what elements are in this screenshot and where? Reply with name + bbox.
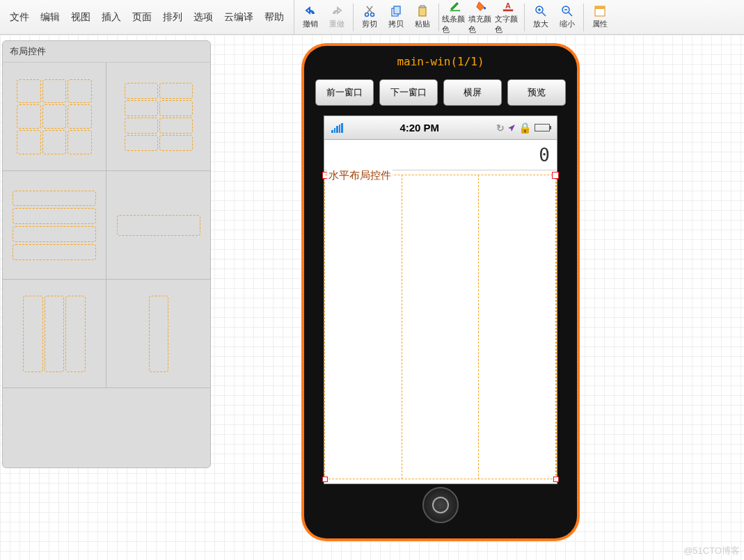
signal-icon (331, 123, 343, 133)
status-time: 4:20 PM (399, 122, 439, 134)
undo-button[interactable]: 撤销 (297, 1, 324, 34)
redo-label: 重做 (329, 19, 345, 29)
zoom-in-label: 放大 (533, 19, 548, 29)
zoom-out-icon (561, 5, 573, 17)
toolbar: 撤销 重做 剪切 拷贝 粘贴 (294, 0, 744, 34)
separator (583, 3, 584, 31)
copy-label: 拷贝 (388, 19, 404, 29)
svg-rect-9 (503, 9, 513, 11)
menu-view[interactable]: 视图 (67, 7, 95, 28)
svg-rect-13 (595, 6, 605, 9)
paste-icon (416, 5, 429, 17)
bucket-icon (475, 0, 488, 13)
zoom-out-button[interactable]: 缩小 (554, 1, 580, 34)
device-screen[interactable]: 4:20 PM ↻ 🔒 0 水平布局控件 (324, 115, 557, 484)
menu-arrange[interactable]: 排列 (159, 7, 187, 28)
cut-label: 剪切 (362, 19, 377, 29)
location-icon (507, 124, 516, 132)
separator (438, 3, 439, 31)
pencil-icon (449, 0, 461, 13)
palette-item-grid2x4[interactable] (106, 63, 210, 171)
svg-rect-6 (450, 10, 460, 11)
menu-help[interactable]: 帮助 (260, 7, 288, 28)
fill-color-label: 填充颜色 (468, 14, 495, 35)
result-display: 0 (324, 140, 557, 170)
landscape-button[interactable]: 横屏 (443, 79, 502, 106)
line-color-label: 线条颜色 (442, 14, 468, 35)
undo-icon (304, 5, 317, 17)
line-color-button[interactable]: 线条颜色 (442, 1, 468, 34)
next-window-button[interactable]: 下一窗口 (379, 79, 438, 106)
palette-item-grid3x3[interactable] (3, 63, 106, 171)
fill-color-button[interactable]: 填充颜色 (468, 1, 495, 34)
zoom-out-label: 缩小 (560, 19, 575, 29)
menu-file[interactable]: 文件 (6, 7, 33, 28)
battery-icon (535, 124, 550, 131)
menu-options[interactable]: 选项 (189, 7, 217, 28)
copy-icon (390, 5, 402, 17)
menu-insert[interactable]: 插入 (97, 7, 125, 28)
home-button[interactable] (422, 487, 459, 523)
zoom-in-button[interactable]: 放大 (528, 1, 554, 34)
paste-button[interactable]: 粘贴 (409, 1, 436, 34)
device-frame: main-win(1/1) 前一窗口 下一窗口 横屏 预览 4:20 PM ↻ (301, 43, 580, 541)
svg-point-0 (365, 13, 369, 17)
separator (353, 3, 354, 31)
text-color-button[interactable]: A 文字颜色 (495, 1, 521, 34)
cut-icon (363, 5, 376, 17)
zoom-in-icon (535, 5, 547, 17)
svg-rect-4 (419, 7, 426, 16)
palette-item-rows[interactable] (3, 171, 106, 280)
menu-edit[interactable]: 编辑 (36, 7, 64, 28)
redo-button[interactable]: 重做 (324, 1, 350, 34)
horizontal-layout-widget[interactable] (324, 175, 557, 479)
properties-label: 属性 (592, 19, 608, 29)
copy-button[interactable]: 拷贝 (383, 1, 409, 34)
svg-point-7 (484, 6, 486, 9)
palette-item-cols[interactable] (3, 280, 106, 388)
menu-bar: 文件 编辑 视图 插入 页面 排列 选项 云编译 帮助 (0, 0, 294, 34)
properties-button[interactable]: 属性 (587, 1, 613, 34)
text-color-icon: A (502, 0, 514, 13)
separator (524, 3, 525, 31)
watermark: @51CTO博客 (683, 545, 740, 557)
widget-palette: 布局控件 (2, 40, 211, 468)
svg-rect-5 (420, 6, 425, 8)
palette-title: 布局控件 (3, 41, 210, 63)
properties-icon (594, 5, 606, 17)
undo-label: 撤销 (303, 19, 318, 29)
canvas[interactable]: 布局控件 (0, 35, 744, 560)
text-color-label: 文字颜色 (495, 14, 521, 35)
device-title: main-win(1/1) (304, 46, 577, 77)
layout-label: 水平布局控件 (327, 169, 393, 182)
menu-page[interactable]: 页面 (128, 7, 156, 28)
palette-item-row[interactable] (106, 171, 210, 280)
svg-point-1 (371, 13, 374, 17)
svg-text:A: A (505, 1, 511, 9)
paste-label: 粘贴 (415, 19, 430, 29)
refresh-icon: ↻ (496, 122, 505, 134)
menu-cloud[interactable]: 云编译 (220, 7, 258, 28)
lock-icon: 🔒 (519, 122, 532, 134)
svg-rect-3 (394, 6, 400, 14)
palette-item-col[interactable] (106, 280, 210, 388)
preview-button[interactable]: 预览 (507, 79, 566, 106)
redo-icon (331, 5, 343, 17)
prev-window-button[interactable]: 前一窗口 (315, 79, 374, 106)
cut-button[interactable]: 剪切 (356, 1, 383, 34)
status-bar: 4:20 PM ↻ 🔒 (324, 116, 557, 140)
